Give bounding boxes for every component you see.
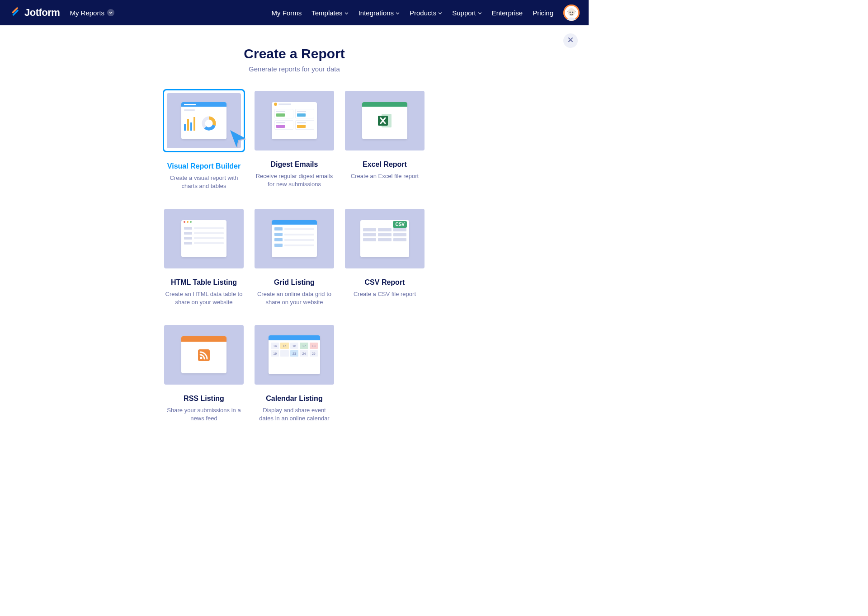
card-desc: Create an online data grid to share on y… [255, 290, 334, 306]
chevron-down-icon [438, 9, 442, 17]
thumb-visual-report-icon [181, 102, 226, 139]
nav-label: Enterprise [492, 9, 523, 17]
page-title: Create a Report [0, 46, 589, 61]
card-title: Grid Listing [255, 278, 334, 287]
svg-point-5 [570, 11, 571, 13]
nav-label: Products [410, 9, 436, 17]
nav-products[interactable]: Products [410, 9, 442, 17]
thumb-excel-icon [362, 102, 407, 139]
chevron-down-icon [396, 9, 400, 17]
primary-nav: My Forms Templates Integrations Products… [272, 5, 580, 21]
card-title: Digest Emails [255, 160, 334, 169]
chevron-down-icon [107, 9, 114, 16]
avatar[interactable] [563, 5, 580, 21]
brand-logo[interactable]: Jotform [9, 6, 60, 19]
nav-pricing[interactable]: Pricing [533, 9, 553, 17]
card-title: CSV Report [345, 278, 425, 287]
card-visual-report-builder[interactable]: Visual Report Builder Create a visual re… [164, 91, 244, 190]
svg-point-12 [200, 357, 203, 359]
card-desc: Display and share event dates in an onli… [255, 406, 334, 422]
close-icon [567, 37, 574, 45]
thumb-grid-listing-icon [272, 220, 317, 257]
card-desc: Create a CSV file report [345, 290, 425, 298]
thumb-html-table-icon [181, 220, 226, 257]
nav-integrations[interactable]: Integrations [359, 9, 400, 17]
card-html-table-listing[interactable]: HTML Table Listing Create an HTML data t… [164, 209, 244, 306]
svg-point-6 [572, 11, 574, 13]
report-type-grid: Visual Report Builder Create a visual re… [164, 91, 425, 422]
context-switcher[interactable]: My Reports [67, 7, 117, 19]
chevron-down-icon [344, 9, 349, 17]
nav-label: Pricing [533, 9, 553, 17]
nav-label: Templates [311, 9, 342, 17]
nav-enterprise[interactable]: Enterprise [492, 9, 523, 17]
card-csv-report[interactable]: CSV CSV Report Create [345, 209, 425, 306]
card-title: Visual Report Builder [164, 162, 244, 170]
thumb-csv-icon: CSV [360, 220, 409, 257]
app-header: Jotform My Reports My Forms Templates In… [0, 0, 589, 25]
thumb-rss-icon [181, 336, 226, 373]
card-title: RSS Listing [164, 395, 244, 403]
thumb-calendar-icon: 14 15 16 17 18 19 23 24 25 [269, 335, 320, 374]
nav-label: Support [452, 9, 476, 17]
brand-name: Jotform [24, 7, 60, 19]
context-label: My Reports [70, 9, 104, 17]
main-content: Create a Report Generate reports for you… [0, 25, 589, 422]
close-button[interactable] [563, 33, 578, 48]
card-title: Calendar Listing [255, 395, 334, 403]
card-digest-emails[interactable]: Digest Emails Receive regular digest ema… [255, 91, 334, 190]
card-grid-listing[interactable]: Grid Listing Create an online data grid … [255, 209, 334, 306]
nav-support[interactable]: Support [452, 9, 482, 17]
nav-label: My Forms [272, 9, 302, 17]
pencil-icon [9, 6, 21, 19]
page-subtitle: Generate reports for your data [0, 65, 589, 73]
card-calendar-listing[interactable]: 14 15 16 17 18 19 23 24 25 Calendar List… [255, 325, 334, 422]
card-desc: Create a visual report with charts and t… [164, 174, 244, 190]
card-rss-listing[interactable]: RSS Listing Share your submissions in a … [164, 325, 244, 422]
card-desc: Create an HTML data table to share on yo… [164, 290, 244, 306]
card-desc: Share your submissions in a news feed [164, 406, 244, 422]
card-title: HTML Table Listing [164, 278, 244, 287]
nav-label: Integrations [359, 9, 394, 17]
chevron-down-icon [478, 9, 482, 17]
thumb-digest-icon [272, 102, 317, 139]
nav-templates[interactable]: Templates [311, 9, 348, 17]
card-excel-report[interactable]: Excel Report Create an Excel file report [345, 91, 425, 190]
card-desc: Create an Excel file report [345, 172, 425, 180]
card-title: Excel Report [345, 160, 425, 169]
svg-rect-11 [198, 349, 210, 361]
card-desc: Receive regular digest emails for new su… [255, 172, 334, 188]
nav-my-forms[interactable]: My Forms [272, 9, 302, 17]
